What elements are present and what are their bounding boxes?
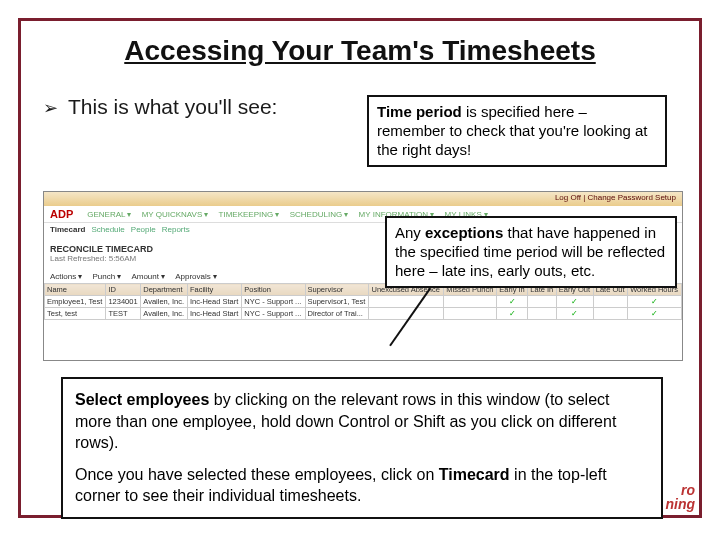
callout-time-period: Time period is specified here – remember… xyxy=(367,95,667,167)
cell: Supervisor1, Test xyxy=(305,296,369,308)
callout-exceptions: Any exceptions that have happened in the… xyxy=(385,216,677,288)
check-cell xyxy=(528,308,556,320)
check-cell: ✓ xyxy=(497,296,528,308)
check-cell xyxy=(369,308,444,320)
tab-reports[interactable]: Reports xyxy=(162,225,190,234)
intro-bullet-text: This is what you'll see: xyxy=(68,95,277,119)
col-header: Facility xyxy=(187,284,241,296)
instr2-a: Once you have selected these employees, … xyxy=(75,466,439,483)
check-cell: ✓ xyxy=(556,308,593,320)
check-cell xyxy=(444,296,497,308)
col-header: ID xyxy=(106,284,141,296)
toolbar-amount[interactable]: Amount ▾ xyxy=(131,272,165,281)
check-cell xyxy=(369,296,444,308)
check-cell: ✓ xyxy=(628,308,682,320)
cell: Inc-Head Start xyxy=(187,296,241,308)
toolbar-actions[interactable]: Actions ▾ xyxy=(50,272,82,281)
cell: 1234001 xyxy=(106,296,141,308)
instr2-bold: Timecard xyxy=(439,466,510,483)
reconcile-title: RECONCILE TIMECARD xyxy=(50,244,153,254)
callout-exceptions-bold: exceptions xyxy=(425,224,503,241)
check-cell: ✓ xyxy=(556,296,593,308)
last-refreshed: Last Refreshed: 5:56AM xyxy=(50,254,153,263)
callout-exceptions-prefix: Any xyxy=(395,224,425,241)
nav-general[interactable]: GENERAL ▾ xyxy=(87,210,131,219)
check-cell xyxy=(528,296,556,308)
cell: TEST xyxy=(106,308,141,320)
nav-timekeeping[interactable]: TIMEKEEPING ▾ xyxy=(219,210,280,219)
employee-table[interactable]: NameIDDepartmentFacilityPositionSupervis… xyxy=(44,283,682,320)
cell: Availen, Inc. xyxy=(141,296,188,308)
app-topbar: Log Off | Change Password Setup xyxy=(44,192,682,206)
toolbar-punch[interactable]: Punch ▾ xyxy=(92,272,121,281)
corner-logo: ro ning xyxy=(665,483,695,511)
cell: NYC - Support ... xyxy=(242,296,305,308)
col-header: Supervisor xyxy=(305,284,369,296)
select-employees-bold: Select employees xyxy=(75,391,209,408)
tab-schedule[interactable]: Schedule xyxy=(91,225,124,234)
instructions-box: Select employees by clicking on the rele… xyxy=(61,377,663,519)
col-header: Name xyxy=(45,284,106,296)
check-cell: ✓ xyxy=(628,296,682,308)
col-header: Department xyxy=(141,284,188,296)
cell: Inc-Head Start xyxy=(187,308,241,320)
bullet-arrow-icon: ➢ xyxy=(43,97,58,119)
page-title: Accessing Your Team's Timesheets xyxy=(21,35,699,67)
adp-logo: ADP xyxy=(50,208,73,220)
nav-quicknavs[interactable]: MY QUICKNAVS ▾ xyxy=(142,210,209,219)
cell: Director of Trai... xyxy=(305,308,369,320)
col-header: Position xyxy=(242,284,305,296)
cell: Test, test xyxy=(45,308,106,320)
table-row[interactable]: Test, testTESTAvailen, Inc.Inc-Head Star… xyxy=(45,308,682,320)
callout-time-period-bold: Time period xyxy=(377,103,462,120)
check-cell xyxy=(593,296,627,308)
cell: Availen, Inc. xyxy=(141,308,188,320)
cell: NYC - Support ... xyxy=(242,308,305,320)
check-cell: ✓ xyxy=(497,308,528,320)
toolbar-approvals[interactable]: Approvals ▾ xyxy=(175,272,217,281)
check-cell xyxy=(444,308,497,320)
cell: Employee1, Test xyxy=(45,296,106,308)
tab-timecard[interactable]: Timecard xyxy=(50,225,85,234)
tab-people[interactable]: People xyxy=(131,225,156,234)
nav-scheduling[interactable]: SCHEDULING ▾ xyxy=(290,210,349,219)
intro-bullet: ➢ This is what you'll see: xyxy=(43,95,343,119)
check-cell xyxy=(593,308,627,320)
table-row[interactable]: Employee1, Test1234001Availen, Inc.Inc-H… xyxy=(45,296,682,308)
